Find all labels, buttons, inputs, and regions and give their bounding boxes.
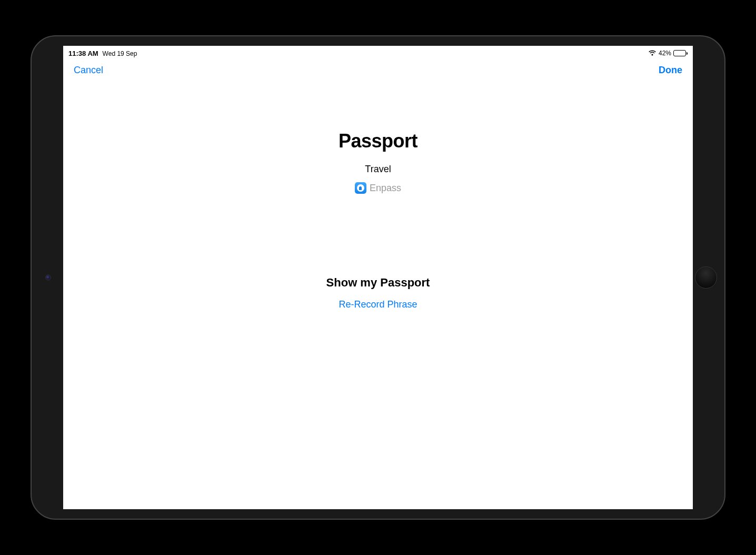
app-source-row: Enpass [63,182,693,194]
siri-phrase-label: Show my Passport [63,276,693,290]
navigation-bar: Cancel Done [63,58,693,82]
rerecord-phrase-button[interactable]: Re-Record Phrase [339,299,417,310]
status-bar: 11:38 AM Wed 19 Sep 42% [63,46,693,58]
screen: 11:38 AM Wed 19 Sep 42% Cancel Done [63,46,693,509]
app-name: Enpass [370,183,401,194]
status-date: Wed 19 Sep [103,50,137,57]
battery-icon [673,50,688,56]
ipad-device-frame: 11:38 AM Wed 19 Sep 42% Cancel Done [31,35,725,520]
main-content: Passport Travel Enpass Show my Passport … [63,82,693,310]
camera-icon [45,275,51,281]
battery-percent: 42% [659,49,671,57]
shortcut-title: Passport [63,130,693,152]
home-button[interactable] [695,266,717,289]
done-button[interactable]: Done [659,65,682,76]
phrase-section: Show my Passport Re-Record Phrase [63,276,693,310]
cancel-button[interactable]: Cancel [74,65,103,76]
wifi-icon [648,50,656,56]
status-time: 11:38 AM [68,49,98,57]
enpass-app-icon [355,182,366,194]
shortcut-category: Travel [63,164,693,175]
